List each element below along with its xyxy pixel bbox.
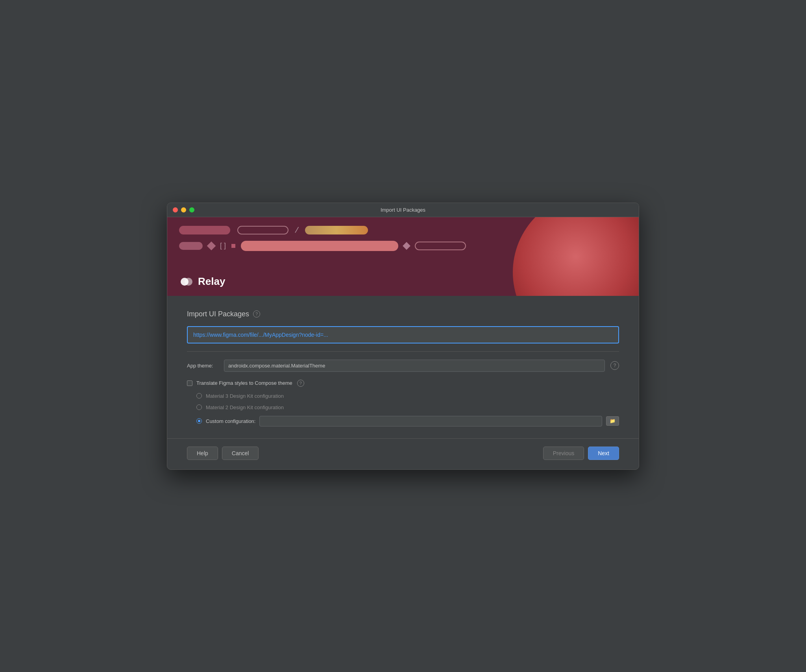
banner-bar-long	[241, 241, 398, 251]
divider	[187, 351, 619, 352]
footer-right: Previous Next	[543, 447, 619, 460]
title-bar: Import UI Packages	[167, 203, 639, 217]
custom-input-row: 📁	[259, 416, 619, 426]
radio-custom-btn[interactable]	[196, 418, 202, 424]
footer: Help Cancel Previous Next	[167, 438, 639, 469]
banner-bar-pill-1	[179, 226, 230, 234]
folder-browse-button[interactable]: 📁	[606, 416, 619, 426]
banner-bar-outline-sm	[415, 242, 466, 250]
cancel-button[interactable]: Cancel	[222, 447, 259, 460]
radio-material3[interactable]: Material 3 Design Kit configuration	[196, 393, 619, 399]
custom-config-input[interactable]	[259, 416, 602, 426]
url-input[interactable]	[188, 327, 618, 343]
banner: / [ ] Relay	[167, 217, 639, 296]
banner-bracket: [ ]	[220, 242, 226, 250]
section-title-text: Import UI Packages	[187, 310, 249, 318]
banner-slash: /	[294, 225, 299, 235]
svg-point-1	[185, 278, 192, 286]
content-area: Import UI Packages ? App theme: ? Transl…	[167, 296, 639, 438]
translate-checkbox-row: Translate Figma styles to Compose theme …	[187, 380, 619, 387]
banner-bar-short	[179, 242, 203, 250]
url-input-wrapper	[187, 326, 619, 343]
folder-icon: 📁	[610, 418, 616, 424]
banner-diamond-2	[403, 242, 410, 250]
translate-checkbox[interactable]	[187, 380, 192, 386]
app-theme-input[interactable]	[224, 360, 605, 372]
footer-left: Help Cancel	[187, 447, 259, 460]
banner-row1: /	[179, 225, 627, 235]
window-title: Import UI Packages	[381, 207, 425, 213]
banner-row2: [ ]	[179, 241, 627, 251]
traffic-lights	[173, 207, 194, 212]
banner-decoration: / [ ]	[179, 225, 627, 251]
app-theme-help-icon[interactable]: ?	[610, 361, 619, 370]
close-button[interactable]	[173, 207, 178, 212]
relay-logo: Relay	[179, 275, 225, 289]
help-button[interactable]: Help	[187, 447, 218, 460]
previous-button[interactable]: Previous	[543, 447, 584, 460]
minimize-button[interactable]	[181, 207, 186, 212]
section-title-row: Import UI Packages ?	[187, 310, 619, 318]
radio-material3-label: Material 3 Design Kit configuration	[206, 393, 284, 399]
app-theme-label: App theme:	[187, 363, 218, 369]
radio-group: Material 3 Design Kit configuration Mate…	[196, 393, 619, 426]
banner-diamond-1	[207, 241, 216, 250]
relay-logo-icon	[179, 275, 193, 289]
radio-material2-btn[interactable]	[196, 404, 202, 410]
banner-bar-outline-1	[237, 226, 288, 234]
radio-custom-label: Custom configuration:	[206, 418, 255, 424]
radio-custom[interactable]: Custom configuration: 📁	[196, 416, 619, 426]
app-theme-row: App theme: ?	[187, 360, 619, 372]
maximize-button[interactable]	[189, 207, 194, 212]
radio-material2[interactable]: Material 2 Design Kit configuration	[196, 404, 619, 410]
translate-help-icon[interactable]: ?	[297, 380, 304, 387]
radio-material2-label: Material 2 Design Kit configuration	[206, 404, 284, 410]
radio-material3-btn[interactable]	[196, 393, 202, 399]
relay-logo-text: Relay	[198, 275, 225, 288]
banner-bar-gradient	[305, 226, 368, 234]
next-button[interactable]: Next	[588, 447, 619, 460]
translate-checkbox-label: Translate Figma styles to Compose theme …	[196, 380, 304, 387]
section-help-icon[interactable]: ?	[253, 310, 260, 318]
window: Import UI Packages / [ ]	[167, 203, 639, 470]
banner-small-square	[231, 244, 235, 248]
